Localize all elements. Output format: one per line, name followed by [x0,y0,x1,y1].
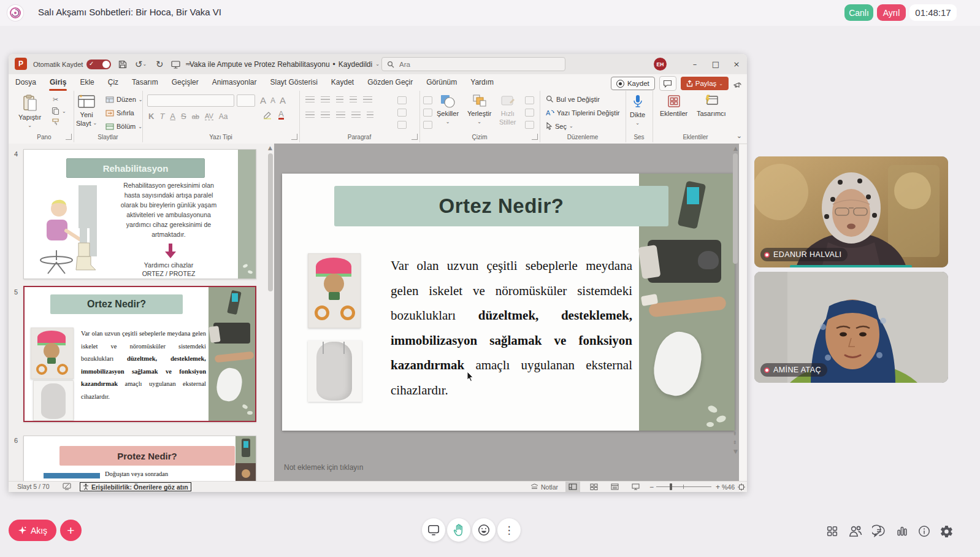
zoom-slider-track[interactable] [656,486,711,487]
text-direction-icon[interactable] [397,96,407,104]
arrange-button[interactable]: Yerleştir ⌄ [467,94,491,126]
settings-button[interactable] [938,523,954,539]
undo-button[interactable]: ↺⌄ [135,54,147,74]
indent-increase-icon[interactable] [350,96,357,103]
zoom-slider-thumb[interactable] [670,483,672,490]
reading-view-button[interactable] [607,482,622,492]
next-slide-button[interactable]: ⇟ [732,439,737,445]
subscript-button[interactable]: ab [192,113,199,120]
tab-ciz[interactable]: Çiz [101,74,125,91]
designer-button[interactable]: Tasarımcı [697,94,726,117]
previous-slide-button[interactable]: ⇞ [732,431,737,437]
leave-button[interactable]: Ayrıl [877,4,906,21]
quick-styles-button[interactable]: Hızlı Stiller [499,94,516,126]
tab-gorunum[interactable]: Görünüm [419,74,464,91]
display-settings-icon[interactable] [63,483,71,490]
change-case-button[interactable]: Aa [219,112,228,121]
reset-button[interactable]: Sıfırla [105,109,134,117]
justify-icon[interactable] [351,112,361,118]
autosave-toggle[interactable]: ✓ [86,60,111,69]
scroll-up-arrow[interactable]: ▲ [268,145,272,151]
dialog-launcher[interactable] [532,134,538,140]
document-title[interactable]: Vaka ile Ampute ve Protez Rehabilitasyon… [189,54,380,74]
scroll-down-arrow[interactable]: ▼ [733,448,738,455]
zoom-level[interactable]: %46 [722,482,735,492]
numbering-icon[interactable] [321,96,330,103]
highlight-button[interactable] [262,110,272,120]
font-size-select[interactable] [237,94,255,107]
user-avatar[interactable]: EH [654,58,667,71]
indent-decrease-icon[interactable] [336,96,343,103]
slide-thumbnail-5-selected[interactable]: Ortez Nedir? Var olan uzvun çeş [23,286,256,422]
font-name-select[interactable] [147,94,234,107]
participant-tile-1[interactable]: EDANUR HALVALI [754,156,948,267]
tab-kaydet[interactable]: Kaydet [324,74,361,91]
copy-button[interactable]: ⌄ [52,107,66,115]
kerning-button[interactable]: AV [205,112,213,120]
dialog-launcher[interactable] [66,134,72,140]
italic-button[interactable]: T [159,112,164,121]
fit-slide-button[interactable] [738,482,745,492]
record-button[interactable]: Kaydet [611,77,655,90]
grow-font-button[interactable]: A [260,95,266,106]
slideshow-view-button[interactable] [628,482,643,492]
dialog-launcher[interactable] [291,134,297,140]
current-slide[interactable]: Ortez Nedir? [282,174,735,431]
tab-yardim[interactable]: Yardım [464,74,500,91]
normal-view-button[interactable] [565,482,580,492]
shape-fill-icon[interactable] [525,96,534,104]
tab-slayt-gosterisi[interactable]: Slayt Gösterisi [263,74,324,91]
minimize-button[interactable]: – [684,54,705,74]
tab-gecisler[interactable]: Geçişler [165,74,205,91]
layout-button[interactable]: Düzen⌄ [105,96,143,103]
shapes-button[interactable]: Şekiller ⌄ [437,94,459,126]
shape-outline-icon[interactable] [525,109,534,117]
align-center-icon[interactable] [321,112,330,118]
tab-dosya[interactable]: Dosya [9,74,43,91]
collapse-ribbon-button[interactable]: ⌄ [737,132,742,140]
tab-animasyonlar[interactable]: Animasyonlar [205,74,264,91]
redo-button[interactable]: ↻ [156,54,164,74]
slide-body-text[interactable]: Var olan uzvun çeşitli sebeplerle meydan… [391,253,632,402]
cut-button[interactable]: ✂ [53,96,58,104]
format-painter-button[interactable] [52,118,60,126]
stream-button[interactable]: Akış [9,520,56,541]
clear-format-button[interactable]: A [280,95,286,106]
scroll-up-arrow[interactable]: ▲ [733,145,738,152]
tab-ekle[interactable]: Ekle [73,74,101,91]
search-input[interactable] [398,60,560,69]
notes-toggle[interactable]: Notlar [530,482,558,492]
save-icon[interactable] [118,54,128,74]
underline-button[interactable]: A [170,112,175,121]
dictate-button[interactable]: Dikte ⌄ [630,94,645,127]
participants-button[interactable] [848,523,863,539]
dialog-launcher[interactable] [412,134,418,140]
slide-thumbnail-4[interactable]: Rehabilitasyon Rehabilitasyon gereksinim… [23,149,256,279]
line-spacing-icon[interactable] [363,96,372,103]
feedback-icon[interactable] [733,79,742,88]
section-button[interactable]: Bölüm⌄ [105,123,142,130]
search-box[interactable] [381,57,565,71]
shrink-font-button[interactable]: A [270,96,275,105]
raise-hand-button[interactable] [447,518,470,542]
zoom-in-button[interactable]: + [716,482,720,492]
line-icon[interactable] [423,109,432,117]
screenshare-button[interactable] [422,518,445,542]
canvas-scrollbar[interactable] [733,153,738,264]
accessibility-checker[interactable]: Erişilebilirlik: Önerilere göz atın [80,482,191,491]
paste-button[interactable]: Yapıştır ⌄ [18,94,41,129]
add-button[interactable]: + [60,520,82,541]
slideshow-from-start-icon[interactable] [170,54,181,74]
addins-button[interactable]: Eklentiler [660,94,687,117]
align-left-icon[interactable] [305,112,315,118]
bullets-icon[interactable] [305,96,315,103]
chat-button[interactable] [871,523,887,539]
reactions-button[interactable] [472,518,496,542]
info-button[interactable] [916,523,932,539]
polls-button[interactable] [894,523,910,539]
shape-effects-icon[interactable] [525,121,534,129]
replace-fonts-button[interactable]: A Yazı Tiplerini Değiştir [546,109,620,117]
columns-icon[interactable] [367,112,373,118]
comments-button[interactable] [659,76,676,91]
tab-tasarim[interactable]: Tasarım [125,74,165,91]
